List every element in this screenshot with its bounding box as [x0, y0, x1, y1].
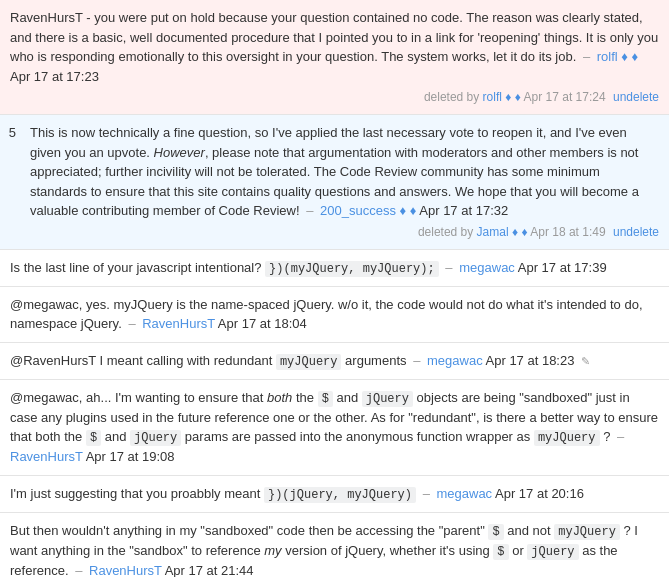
- inline-code: myJQuery: [554, 524, 620, 540]
- moderator-diamond: ♦: [410, 203, 417, 218]
- inline-code: $: [493, 544, 508, 560]
- separator: –: [423, 486, 430, 501]
- inline-code: jQuery: [527, 544, 578, 560]
- user-link[interactable]: megawac: [436, 486, 492, 501]
- comment-text: This is now technically a fine question,…: [30, 125, 639, 218]
- deleter-diamond: ♦: [521, 225, 527, 239]
- user-link[interactable]: 200_success: [320, 203, 406, 218]
- user-link[interactable]: RavenHursT: [89, 563, 162, 578]
- user-link[interactable]: RavenHursT: [142, 316, 215, 331]
- emphasis: my: [264, 543, 281, 558]
- comment-block: RavenHursT - you were put on hold becaus…: [0, 0, 669, 115]
- inline-code: myJQuery: [276, 354, 342, 370]
- undelete-link[interactable]: undelete: [613, 225, 659, 239]
- comment-block: @RavenHursT I meant calling with redunda…: [0, 343, 669, 380]
- comment-block: @megawac, yes. myJQuery is the name-spac…: [0, 287, 669, 343]
- inline-code: })(myJQuery, myJQuery);: [265, 261, 439, 277]
- comment-content: Is the last line of your javascript inte…: [10, 258, 659, 278]
- comment-block: I'm just suggesting that you proabbly me…: [0, 476, 669, 513]
- comment-content: @megawac, ah... I'm wanting to ensure th…: [10, 388, 659, 467]
- comment-text: I'm just suggesting that you proabbly me…: [10, 486, 584, 501]
- inline-code: jQuery: [130, 430, 181, 446]
- deleted-date: Apr 17 at 17:24: [524, 90, 606, 104]
- separator: –: [413, 353, 420, 368]
- comment-content: @megawac, yes. myJQuery is the name-spac…: [10, 295, 659, 334]
- moderator-diamond: ♦: [632, 49, 639, 64]
- inline-code: $: [86, 430, 101, 446]
- comment-block: Is the last line of your javascript inte…: [0, 250, 669, 287]
- deleted-prefix: deleted by: [424, 90, 483, 104]
- comment-content: I'm just suggesting that you proabbly me…: [10, 484, 659, 504]
- separator: –: [445, 260, 452, 275]
- user-link[interactable]: megawac: [427, 353, 483, 368]
- deleted-line: deleted by rolfl ♦ Apr 17 at 17:24 undel…: [10, 88, 659, 106]
- inline-code: $: [488, 524, 503, 540]
- separator: –: [617, 429, 624, 444]
- separator: –: [128, 316, 135, 331]
- inline-code: jQuery: [362, 391, 413, 407]
- separator: –: [75, 563, 82, 578]
- deleter-link[interactable]: Jamal: [477, 225, 518, 239]
- comment-text: Is the last line of your javascript inte…: [10, 260, 607, 275]
- comments-container: RavenHursT - you were put on hold becaus…: [0, 0, 669, 577]
- deleted-date: Apr 18 at 1:49: [530, 225, 605, 239]
- deleted-line: deleted by Jamal ♦ Apr 18 at 1:49 undele…: [30, 223, 659, 241]
- deleted-prefix: deleted by: [418, 225, 477, 239]
- comment-content: This is now technically a fine question,…: [30, 123, 659, 241]
- comment-text: @megawac, ah... I'm wanting to ensure th…: [10, 390, 658, 465]
- user-link[interactable]: rolfl: [597, 49, 628, 64]
- inline-code: myJQuery: [534, 430, 600, 446]
- comment-text: @megawac, yes. myJQuery is the name-spac…: [10, 297, 643, 332]
- separator: –: [583, 49, 590, 64]
- undelete-link[interactable]: undelete: [613, 90, 659, 104]
- comment-block: But then wouldn't anything in my "sandbo…: [0, 513, 669, 578]
- comment-text: RavenHursT - you were put on hold becaus…: [10, 10, 658, 84]
- edit-icon: ✎: [581, 355, 590, 367]
- comment-text: @RavenHursT I meant calling with redunda…: [10, 353, 590, 368]
- emphasis: However: [154, 145, 205, 160]
- deleter-diamond: ♦: [515, 90, 521, 104]
- separator: –: [306, 203, 313, 218]
- comment-number: 5: [0, 123, 16, 143]
- comment-block: @megawac, ah... I'm wanting to ensure th…: [0, 380, 669, 476]
- comment-text: But then wouldn't anything in my "sandbo…: [10, 523, 638, 578]
- comment-content: @RavenHursT I meant calling with redunda…: [10, 351, 659, 371]
- emphasis: both: [267, 390, 292, 405]
- user-link[interactable]: RavenHursT: [10, 449, 83, 464]
- inline-code: $: [318, 391, 333, 407]
- comment-block: 5This is now technically a fine question…: [0, 115, 669, 250]
- user-link[interactable]: megawac: [459, 260, 515, 275]
- comment-content: But then wouldn't anything in my "sandbo…: [10, 521, 659, 578]
- comment-content: RavenHursT - you were put on hold becaus…: [10, 8, 659, 106]
- inline-code: })(jQuery, myJQuery): [264, 487, 416, 503]
- deleter-link[interactable]: rolfl: [483, 90, 512, 104]
